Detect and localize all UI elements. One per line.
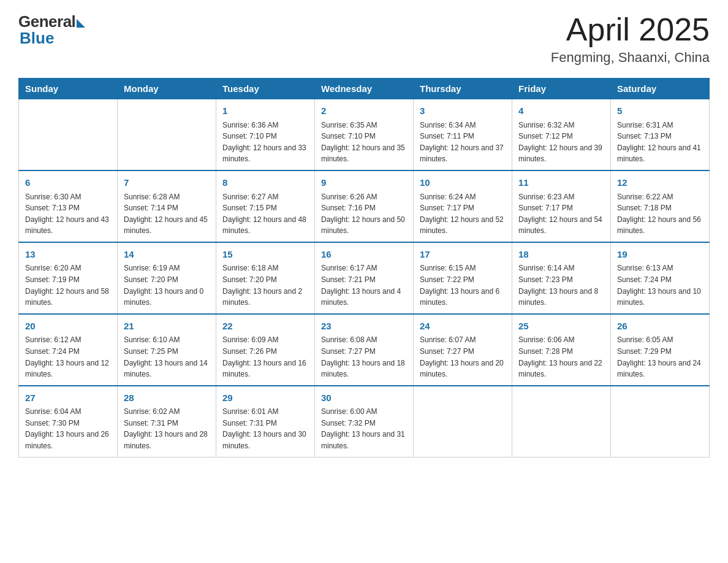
calendar-cell: 14Sunrise: 6:19 AMSunset: 7:20 PMDayligh… — [118, 242, 216, 314]
calendar-cell: 30Sunrise: 6:00 AMSunset: 7:32 PMDayligh… — [315, 386, 414, 457]
day-number: 13 — [25, 248, 111, 262]
calendar-cell: 10Sunrise: 6:24 AMSunset: 7:17 PMDayligh… — [414, 170, 512, 242]
day-number: 17 — [420, 248, 506, 262]
day-number: 1 — [222, 104, 308, 118]
day-info: Sunrise: 6:19 AMSunset: 7:20 PMDaylight:… — [124, 262, 210, 308]
day-info: Sunrise: 6:26 AMSunset: 7:16 PMDaylight:… — [321, 191, 407, 237]
day-number: 26 — [617, 320, 703, 334]
calendar-cell: 23Sunrise: 6:08 AMSunset: 7:27 PMDayligh… — [315, 314, 414, 386]
header: General Blue April 2025 Fengming, Shaanx… — [18, 12, 710, 66]
calendar-cell: 15Sunrise: 6:18 AMSunset: 7:20 PMDayligh… — [216, 242, 315, 314]
calendar-day-header: Monday — [118, 79, 216, 99]
day-number: 14 — [124, 248, 210, 262]
day-info: Sunrise: 6:02 AMSunset: 7:31 PMDaylight:… — [124, 406, 210, 451]
calendar-cell: 21Sunrise: 6:10 AMSunset: 7:25 PMDayligh… — [118, 314, 216, 386]
logo-triangle-icon — [77, 19, 85, 28]
calendar-cell: 4Sunrise: 6:32 AMSunset: 7:12 PMDaylight… — [512, 99, 611, 170]
day-info: Sunrise: 6:18 AMSunset: 7:20 PMDaylight:… — [222, 262, 308, 308]
day-number: 25 — [518, 320, 604, 334]
calendar-cell: 7Sunrise: 6:28 AMSunset: 7:14 PMDaylight… — [118, 170, 216, 242]
day-info: Sunrise: 6:04 AMSunset: 7:30 PMDaylight:… — [25, 406, 111, 451]
calendar-header-row: SundayMondayTuesdayWednesdayThursdayFrid… — [19, 79, 710, 99]
calendar-cell: 18Sunrise: 6:14 AMSunset: 7:23 PMDayligh… — [512, 242, 611, 314]
day-info: Sunrise: 6:10 AMSunset: 7:25 PMDaylight:… — [124, 334, 210, 380]
calendar-cell: 28Sunrise: 6:02 AMSunset: 7:31 PMDayligh… — [118, 386, 216, 457]
day-number: 21 — [124, 320, 210, 334]
calendar-cell — [19, 99, 118, 170]
calendar-cell: 20Sunrise: 6:12 AMSunset: 7:24 PMDayligh… — [19, 314, 118, 386]
calendar-cell: 25Sunrise: 6:06 AMSunset: 7:28 PMDayligh… — [512, 314, 611, 386]
calendar-day-header: Thursday — [414, 79, 512, 99]
day-info: Sunrise: 6:14 AMSunset: 7:23 PMDaylight:… — [518, 262, 604, 308]
calendar-cell: 26Sunrise: 6:05 AMSunset: 7:29 PMDayligh… — [611, 314, 710, 386]
logo: General Blue — [18, 12, 85, 48]
calendar-cell: 11Sunrise: 6:23 AMSunset: 7:17 PMDayligh… — [512, 170, 611, 242]
day-number: 24 — [420, 320, 506, 334]
day-number: 30 — [321, 391, 407, 405]
calendar-cell: 22Sunrise: 6:09 AMSunset: 7:26 PMDayligh… — [216, 314, 315, 386]
calendar-cell: 5Sunrise: 6:31 AMSunset: 7:13 PMDaylight… — [611, 99, 710, 170]
logo-blue-text: Blue — [20, 29, 54, 48]
day-number: 10 — [420, 176, 506, 190]
calendar-cell: 13Sunrise: 6:20 AMSunset: 7:19 PMDayligh… — [19, 242, 118, 314]
day-number: 20 — [25, 320, 111, 334]
day-number: 6 — [25, 176, 111, 190]
calendar-day-header: Tuesday — [216, 79, 315, 99]
calendar-cell: 3Sunrise: 6:34 AMSunset: 7:11 PMDaylight… — [414, 99, 512, 170]
day-number: 2 — [321, 104, 407, 118]
day-info: Sunrise: 6:28 AMSunset: 7:14 PMDaylight:… — [124, 191, 210, 237]
day-info: Sunrise: 6:34 AMSunset: 7:11 PMDaylight:… — [420, 120, 506, 165]
day-info: Sunrise: 6:00 AMSunset: 7:32 PMDaylight:… — [321, 406, 407, 451]
day-info: Sunrise: 6:27 AMSunset: 7:15 PMDaylight:… — [222, 191, 308, 237]
calendar-cell: 27Sunrise: 6:04 AMSunset: 7:30 PMDayligh… — [19, 386, 118, 457]
day-info: Sunrise: 6:17 AMSunset: 7:21 PMDaylight:… — [321, 262, 407, 308]
calendar-subtitle: Fengming, Shaanxi, China — [551, 50, 710, 66]
day-info: Sunrise: 6:15 AMSunset: 7:22 PMDaylight:… — [420, 262, 506, 308]
calendar-cell — [414, 386, 512, 457]
calendar-cell: 6Sunrise: 6:30 AMSunset: 7:13 PMDaylight… — [19, 170, 118, 242]
day-info: Sunrise: 6:13 AMSunset: 7:24 PMDaylight:… — [617, 262, 703, 308]
day-number: 12 — [617, 176, 703, 190]
calendar-week-row: 27Sunrise: 6:04 AMSunset: 7:30 PMDayligh… — [19, 386, 710, 457]
day-info: Sunrise: 6:22 AMSunset: 7:18 PMDaylight:… — [617, 191, 703, 237]
day-info: Sunrise: 6:32 AMSunset: 7:12 PMDaylight:… — [518, 120, 604, 165]
day-info: Sunrise: 6:30 AMSunset: 7:13 PMDaylight:… — [25, 191, 111, 237]
day-info: Sunrise: 6:06 AMSunset: 7:28 PMDaylight:… — [518, 334, 604, 380]
calendar-cell: 1Sunrise: 6:36 AMSunset: 7:10 PMDaylight… — [216, 99, 315, 170]
day-number: 5 — [617, 104, 703, 118]
calendar-title: April 2025 — [551, 12, 710, 47]
calendar-cell — [611, 386, 710, 457]
day-number: 8 — [222, 176, 308, 190]
day-info: Sunrise: 6:01 AMSunset: 7:31 PMDaylight:… — [222, 406, 308, 451]
day-number: 29 — [222, 391, 308, 405]
calendar-cell: 19Sunrise: 6:13 AMSunset: 7:24 PMDayligh… — [611, 242, 710, 314]
calendar-cell: 16Sunrise: 6:17 AMSunset: 7:21 PMDayligh… — [315, 242, 414, 314]
day-info: Sunrise: 6:08 AMSunset: 7:27 PMDaylight:… — [321, 334, 407, 380]
day-info: Sunrise: 6:05 AMSunset: 7:29 PMDaylight:… — [617, 334, 703, 380]
day-info: Sunrise: 6:07 AMSunset: 7:27 PMDaylight:… — [420, 334, 506, 380]
day-info: Sunrise: 6:20 AMSunset: 7:19 PMDaylight:… — [25, 262, 111, 308]
calendar-cell: 8Sunrise: 6:27 AMSunset: 7:15 PMDaylight… — [216, 170, 315, 242]
calendar-week-row: 20Sunrise: 6:12 AMSunset: 7:24 PMDayligh… — [19, 314, 710, 386]
day-number: 15 — [222, 248, 308, 262]
day-number: 4 — [518, 104, 604, 118]
day-info: Sunrise: 6:35 AMSunset: 7:10 PMDaylight:… — [321, 120, 407, 165]
day-number: 19 — [617, 248, 703, 262]
day-number: 23 — [321, 320, 407, 334]
day-info: Sunrise: 6:36 AMSunset: 7:10 PMDaylight:… — [222, 120, 308, 165]
day-number: 28 — [124, 391, 210, 405]
day-number: 18 — [518, 248, 604, 262]
calendar-table: SundayMondayTuesdayWednesdayThursdayFrid… — [18, 78, 710, 457]
day-number: 9 — [321, 176, 407, 190]
calendar-day-header: Friday — [512, 79, 611, 99]
calendar-week-row: 13Sunrise: 6:20 AMSunset: 7:19 PMDayligh… — [19, 242, 710, 314]
title-area: April 2025 Fengming, Shaanxi, China — [551, 12, 710, 66]
day-number: 22 — [222, 320, 308, 334]
day-info: Sunrise: 6:23 AMSunset: 7:17 PMDaylight:… — [518, 191, 604, 237]
calendar-cell — [512, 386, 611, 457]
day-number: 3 — [420, 104, 506, 118]
day-info: Sunrise: 6:24 AMSunset: 7:17 PMDaylight:… — [420, 191, 506, 237]
calendar-cell: 29Sunrise: 6:01 AMSunset: 7:31 PMDayligh… — [216, 386, 315, 457]
calendar-cell: 12Sunrise: 6:22 AMSunset: 7:18 PMDayligh… — [611, 170, 710, 242]
day-info: Sunrise: 6:09 AMSunset: 7:26 PMDaylight:… — [222, 334, 308, 380]
